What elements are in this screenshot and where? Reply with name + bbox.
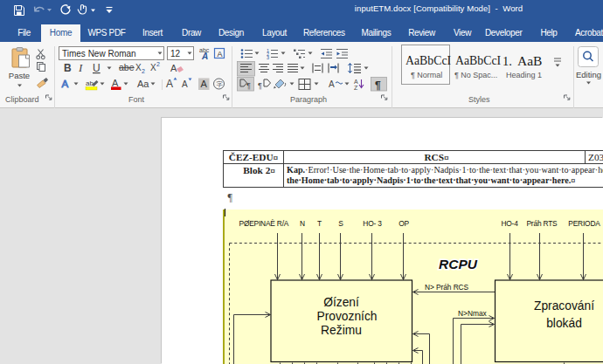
svg-text:T: T <box>317 219 322 228</box>
svg-text:N>Nmax: N>Nmax <box>458 309 488 318</box>
svg-text:HO- 3: HO- 3 <box>363 219 382 228</box>
svg-text:S: S <box>338 219 343 228</box>
svg-text:N: N <box>300 219 305 228</box>
svg-text:RCPU: RCPU <box>439 257 478 271</box>
svg-text:Práh RTS: Práh RTS <box>526 219 558 228</box>
svg-text:blokád: blokád <box>546 317 582 330</box>
svg-text:N> Práh RCS: N> Práh RCS <box>425 283 469 292</box>
svg-text:PERIODA: PERIODA <box>568 219 600 228</box>
svg-text:Zpracování: Zpracování <box>534 299 594 312</box>
svg-text:PØEPINAÈ R/A: PØEPINAÈ R/A <box>239 219 289 228</box>
svg-text:HO-4: HO-4 <box>501 219 518 228</box>
svg-text:Režimu: Režimu <box>321 324 362 337</box>
svg-text:Provozních: Provozních <box>316 310 377 323</box>
svg-text:OP: OP <box>399 219 409 228</box>
svg-text:Øízení: Øízení <box>323 296 359 309</box>
